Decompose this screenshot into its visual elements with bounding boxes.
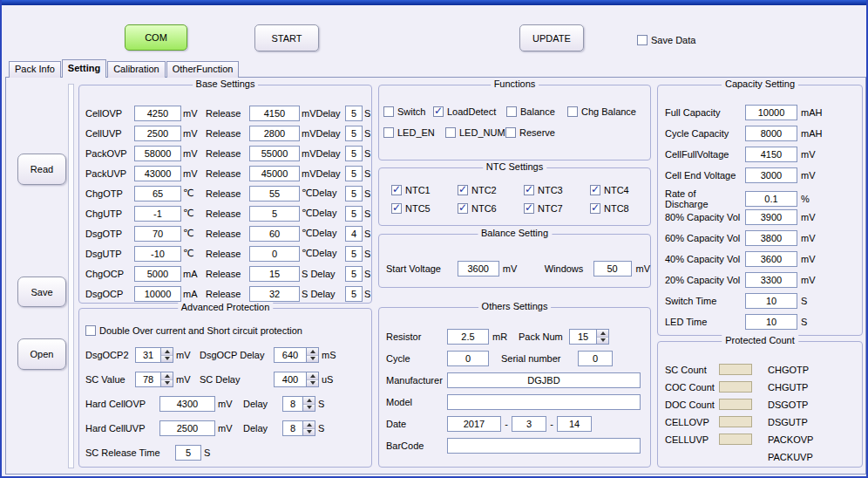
- ntc4-checkbox[interactable]: NTC4: [590, 185, 650, 195]
- led-time-input[interactable]: [745, 314, 797, 330]
- celluvp-value-input[interactable]: [134, 126, 181, 141]
- dsgocp-value-input[interactable]: [134, 286, 181, 302]
- rate-of-discharge-input[interactable]: [745, 191, 797, 207]
- capacity-60-input[interactable]: [745, 230, 797, 246]
- dsgotp-delay-input[interactable]: [345, 226, 363, 242]
- ntc6-checkbox[interactable]: NTC6: [458, 203, 524, 214]
- spinner-arrows-icon[interactable]: [306, 348, 318, 362]
- update-button[interactable]: UPDATE: [519, 24, 584, 51]
- reserve-checkbox[interactable]: Reserve: [505, 127, 650, 138]
- cellovp-delay-input[interactable]: [345, 106, 363, 121]
- packovp-value-input[interactable]: [134, 146, 181, 161]
- sc-value-spinner[interactable]: [135, 372, 173, 387]
- hard-celluvp-delay-input[interactable]: [283, 421, 302, 435]
- spinner-arrows-icon[interactable]: [160, 348, 173, 362]
- cell-end-voltage-input[interactable]: [745, 167, 797, 183]
- capacity-40-input[interactable]: [745, 251, 797, 267]
- packovp-release-input[interactable]: [249, 146, 300, 161]
- cell-full-voltage-input[interactable]: [745, 147, 797, 162]
- com-button[interactable]: COM: [125, 24, 187, 51]
- balance-checkbox[interactable]: Balance: [506, 106, 567, 117]
- spinner-arrows-icon[interactable]: [302, 397, 315, 411]
- windows-input[interactable]: [593, 261, 632, 277]
- capacity-20-input[interactable]: [745, 272, 797, 288]
- dsgocp-delay-spinner[interactable]: [274, 347, 319, 363]
- date-day-input[interactable]: [557, 416, 592, 432]
- dsgocp-release-input[interactable]: [249, 286, 300, 302]
- dsgocp2-spinner[interactable]: [135, 347, 173, 363]
- resistor-input[interactable]: [447, 329, 489, 345]
- celluvp-release-input[interactable]: [249, 126, 300, 141]
- ntc1-checkbox[interactable]: NTC1: [391, 185, 458, 195]
- switch-checkbox[interactable]: Switch: [383, 106, 433, 117]
- chgocp-delay-input[interactable]: [345, 266, 363, 282]
- open-button[interactable]: Open: [17, 338, 66, 370]
- manufacturer-input[interactable]: [447, 372, 641, 388]
- pack-num-input[interactable]: [570, 330, 596, 344]
- chgutp-delay-input[interactable]: [345, 206, 363, 222]
- dsgutp-release-input[interactable]: [249, 246, 300, 262]
- spinner-arrows-icon[interactable]: [160, 372, 173, 386]
- tab-pack-info[interactable]: Pack Info: [9, 61, 61, 78]
- dsgocp-delay-input[interactable]: [345, 286, 363, 302]
- ntc8-checkbox[interactable]: NTC8: [590, 203, 650, 214]
- cycle-input[interactable]: [447, 351, 489, 366]
- chgocp-release-input[interactable]: [249, 266, 300, 282]
- celluvp-delay-input[interactable]: [345, 126, 363, 141]
- read-button[interactable]: Read: [17, 154, 66, 185]
- save-button[interactable]: Save: [17, 277, 66, 307]
- tab-otherfunction[interactable]: OtherFunction: [166, 61, 240, 78]
- sc-delay-input[interactable]: [275, 372, 306, 386]
- cellovp-value-input[interactable]: [134, 106, 181, 121]
- chg-balance-checkbox[interactable]: Chg Balance: [567, 106, 650, 117]
- pack-num-spinner[interactable]: [569, 329, 609, 345]
- sc-release-time-input[interactable]: [175, 445, 201, 461]
- ntc5-checkbox[interactable]: NTC5: [391, 203, 458, 214]
- hard-cellovp-input[interactable]: [159, 396, 215, 412]
- chgotp-value-input[interactable]: [134, 186, 181, 201]
- model-input[interactable]: [447, 394, 641, 410]
- ntc3-checkbox[interactable]: NTC3: [524, 185, 590, 195]
- led-en-checkbox[interactable]: LED_EN: [383, 127, 445, 138]
- ntc7-checkbox[interactable]: NTC7: [524, 203, 590, 214]
- cellovp-release-input[interactable]: [249, 106, 300, 121]
- sc-value-input[interactable]: [136, 372, 160, 386]
- dsgocp2-input[interactable]: [136, 348, 160, 362]
- spinner-arrows-icon[interactable]: [596, 330, 608, 344]
- dsgotp-release-input[interactable]: [249, 226, 300, 242]
- loaddetect-checkbox[interactable]: LoadDetect: [433, 106, 506, 117]
- barcode-input[interactable]: [447, 438, 641, 454]
- hard-cellovp-delay-input[interactable]: [283, 397, 302, 411]
- dsgocp-delay-input[interactable]: [275, 348, 306, 362]
- led-num-checkbox[interactable]: LED_NUM: [445, 127, 505, 138]
- packuvp-release-input[interactable]: [249, 166, 300, 181]
- chgotp-release-input[interactable]: [249, 186, 300, 201]
- chgutp-release-input[interactable]: [249, 206, 300, 222]
- chgotp-delay-input[interactable]: [345, 186, 363, 201]
- dsgutp-value-input[interactable]: [134, 246, 181, 262]
- dsgotp-value-input[interactable]: [134, 226, 181, 242]
- hard-celluvp-input[interactable]: [159, 420, 215, 436]
- serial-number-input[interactable]: [578, 351, 613, 366]
- date-year-input[interactable]: [447, 416, 501, 432]
- hard-cellovp-delay-spinner[interactable]: [282, 396, 315, 412]
- switch-time-input[interactable]: [745, 293, 797, 309]
- start-button[interactable]: START: [254, 24, 319, 51]
- spinner-arrows-icon[interactable]: [302, 421, 315, 435]
- full-capacity-input[interactable]: [745, 105, 797, 120]
- tab-setting[interactable]: Setting: [62, 59, 106, 78]
- chgutp-value-input[interactable]: [134, 206, 181, 222]
- packuvp-value-input[interactable]: [134, 166, 181, 181]
- sc-delay-spinner[interactable]: [274, 372, 319, 387]
- hard-celluvp-delay-spinner[interactable]: [282, 420, 315, 436]
- chgocp-value-input[interactable]: [134, 266, 181, 282]
- save-data-checkbox[interactable]: Save Data: [637, 35, 695, 45]
- start-voltage-input[interactable]: [458, 261, 499, 277]
- packuvp-delay-input[interactable]: [345, 166, 363, 181]
- double-protection-checkbox[interactable]: Double Over current and Short circuit pr…: [85, 323, 371, 338]
- cycle-capacity-input[interactable]: [745, 126, 797, 141]
- dsgutp-delay-input[interactable]: [345, 246, 363, 262]
- tab-calibration[interactable]: Calibration: [107, 61, 166, 78]
- packovp-delay-input[interactable]: [345, 146, 363, 161]
- ntc2-checkbox[interactable]: NTC2: [458, 185, 524, 195]
